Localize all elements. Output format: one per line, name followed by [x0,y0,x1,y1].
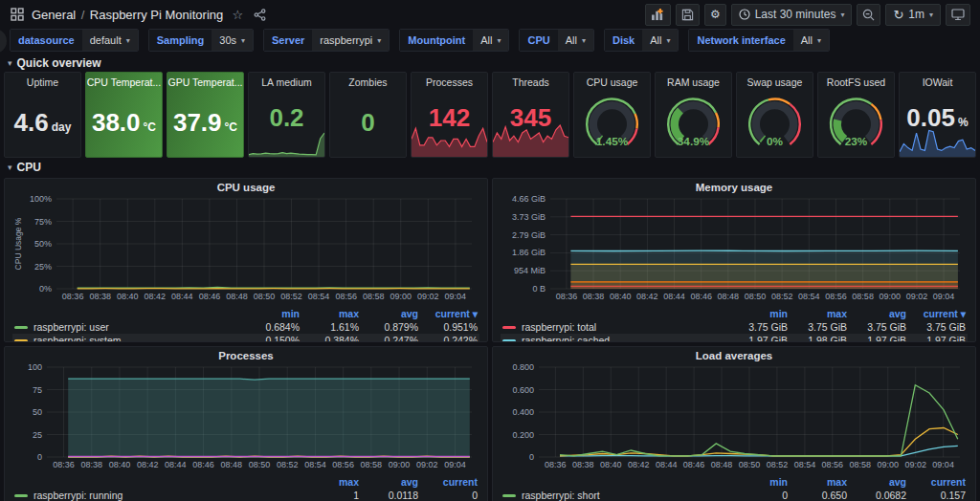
legend-column-max[interactable]: max [300,476,359,488]
time-range-picker[interactable]: Last 30 minutes ▾ [731,4,853,26]
legend-series[interactable]: raspberrypi: running [14,490,300,501]
legend-value: 1.61% [300,321,359,333]
svg-text:4.66 GiB: 4.66 GiB [512,195,546,204]
legend-series[interactable]: raspberrypi: total [502,321,728,333]
stat-panel-la-medium[interactable]: LA medium0.2 [248,72,325,158]
chart-panel-title[interactable]: CPU usage [12,179,479,195]
legend-column-current[interactable]: current [418,476,478,488]
chart-panel-title[interactable]: Load averages [501,347,968,363]
stat-body: 0 [330,88,406,157]
variable-value: raspberrypi [320,34,372,46]
chart-panel-title[interactable]: Memory usage [501,179,968,195]
legend-row: raspberrypi: cached1.97 GiB1.98 GiB1.97 … [501,334,968,342]
svg-text:08:58: 08:58 [363,292,385,301]
stat-panel-gpu-temperat[interactable]: GPU Temperat...37.9°C [167,72,244,158]
legend-column-avg[interactable]: avg [847,308,906,319]
legend-row: raspberrypi: system0.150%0.384%0.247%0.2… [12,334,479,342]
chart-panel-memory-usage: Memory usage0 B954 MiB1.86 GiB2.79 GiB3.… [492,178,976,342]
legend-column-current[interactable]: current ▾ [906,308,966,319]
legend-column-avg[interactable]: avg [847,476,906,488]
stats-row: Uptime4.6dayCPU Temperat...38.0°CGPU Tem… [0,72,980,158]
legend-column-avg[interactable]: avg [359,308,418,319]
variable-value: All [650,34,661,46]
legend-series[interactable]: raspberrypi: user [14,321,240,333]
section-quick-overview[interactable]: ▾ Quick overview [0,54,980,72]
dashboard-settings-gear-icon[interactable]: ⚙ [704,4,726,26]
variable-value: default [90,34,122,46]
legend-column-min[interactable]: min [728,308,788,319]
stat-panel-swap-usage[interactable]: Swap usage0% [736,72,813,158]
stat-panel-threads[interactable]: Threads345 [492,72,569,158]
variable-value-dropdown[interactable]: All▾ [793,30,829,51]
stat-unit: °C [225,120,237,134]
legend-column-max[interactable]: max [788,308,847,319]
legend-column-current[interactable]: current ▾ [418,308,478,319]
add-panel-button[interactable] [645,4,671,26]
chart-panel-cpu-usage: CPU usage0%25%50%75%100%08:3608:3808:400… [4,178,488,342]
variable-value-dropdown[interactable]: All▾ [473,30,508,51]
svg-text:09:04: 09:04 [933,292,955,301]
legend-value: 0.0682 [847,490,906,501]
chevron-down-icon: ▾ [497,36,501,45]
breadcrumb: General / Raspberry Pi Monitoring [32,6,223,23]
legend-column-avg[interactable]: avg [359,476,418,488]
stat-value-row: 4.6day [14,110,72,135]
stat-body: 37.9°C [167,88,243,157]
save-dashboard-icon[interactable] [676,4,700,26]
stat-panel-processes[interactable]: Processes142 [411,72,488,158]
legend-column-min[interactable]: min [240,308,300,319]
svg-text:08:36: 08:36 [53,460,75,469]
variable-value-dropdown[interactable]: All▾ [558,30,593,51]
refresh-button[interactable]: ↻ 1m ▾ [885,4,941,26]
legend-series[interactable]: raspberrypi: system [14,335,240,342]
variable-value: 30s [219,34,236,46]
legend-column-current[interactable]: current [906,476,966,488]
stat-panel-uptime[interactable]: Uptime4.6day [4,72,81,158]
stat-panel-iowait[interactable]: IOWait0.05% [899,72,976,158]
svg-text:100: 100 [28,363,42,372]
star-icon[interactable]: ☆ [230,7,245,22]
gauge-value: 1.45% [596,135,629,147]
refresh-interval-label: 1m [908,8,924,21]
variable-label: Mountpoint [400,30,473,51]
stat-value-row: 345 [510,105,551,130]
section-cpu[interactable]: ▾ CPU [0,158,980,176]
svg-text:08:36: 08:36 [62,292,84,301]
dashboards-grid-icon[interactable] [10,7,25,22]
legend-value: 3.75 GiB [906,321,966,333]
legend-color-dash [502,326,516,329]
variable-value-dropdown[interactable]: All▾ [642,30,678,51]
sparkline [900,128,975,157]
page-title[interactable]: Raspberry Pi Monitoring [90,8,223,22]
share-icon[interactable] [252,7,267,22]
kiosk-tv-icon[interactable] [946,4,970,26]
svg-text:09:04: 09:04 [932,460,954,469]
stat-panel-cpu-usage[interactable]: CPU usage1.45% [573,72,651,158]
stat-title: RootFS used [818,73,894,88]
svg-text:08:40: 08:40 [600,460,622,469]
stat-panel-ram-usage[interactable]: RAM usage34.9% [655,72,732,158]
stat-value: 37.9 [173,110,222,135]
stat-panel-rootfs-used[interactable]: RootFS used23% [817,72,895,158]
stat-value-row: 0.2 [269,105,303,130]
variable-label: CPU [520,30,557,51]
breadcrumb-section[interactable]: General [32,8,76,22]
legend-column-max[interactable]: max [788,476,847,488]
svg-text:09:00: 09:00 [880,292,902,301]
svg-text:50%: 50% [34,239,52,249]
stat-panel-cpu-temperat[interactable]: CPU Temperat...38.0°C [85,72,163,158]
variable-filter-sampling: Sampling30s▾ [148,29,254,52]
legend-series[interactable]: raspberrypi: cached [502,335,728,342]
legend-value: 0.951% [418,321,478,333]
variable-value-dropdown[interactable]: default▾ [82,30,138,51]
chart-panel-title[interactable]: Processes [12,347,479,363]
variable-value-dropdown[interactable]: raspberrypi▾ [312,30,389,51]
legend-column-max[interactable]: max [300,308,359,319]
variable-value-dropdown[interactable]: 30s▾ [212,30,253,51]
legend-series[interactable]: raspberrypi: short [502,490,728,501]
legend-column-min[interactable]: min [728,476,788,488]
zoom-out-button[interactable] [857,4,880,26]
stat-panel-zombies[interactable]: Zombies0 [329,72,407,158]
svg-text:0%: 0% [39,284,52,294]
y-axis-label: CPU Usage % [13,217,23,270]
